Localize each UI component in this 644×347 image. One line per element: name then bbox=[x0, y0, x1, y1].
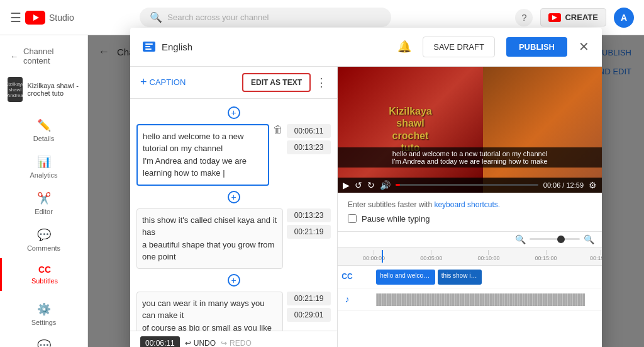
caption-text-1[interactable]: hello and welcome to a new tutorial on m… bbox=[136, 124, 269, 186]
caption-times-1: 00:06:11 00:13:23 bbox=[287, 124, 331, 186]
delete-icon-1[interactable]: 🗑 bbox=[273, 124, 283, 135]
more-options-icon[interactable]: ⋮ bbox=[316, 76, 327, 89]
top-nav-right: ? CREATE A bbox=[515, 8, 633, 28]
sidebar-item-feedback[interactable]: 💬 Send feedback bbox=[0, 333, 87, 347]
right-panel: Kizilkaya shawl crochet tuto hello and w… bbox=[338, 67, 602, 348]
save-draft-button[interactable]: SAVE DRAFT bbox=[423, 37, 495, 57]
studio-label: Studio bbox=[49, 13, 74, 23]
caption-start-2[interactable]: 00:13:23 bbox=[287, 208, 331, 222]
sidebar-back[interactable]: ← Channel content bbox=[0, 40, 87, 72]
undo-toolbar: 00:06:11 ↩ UNDO ↪ REDO bbox=[130, 331, 337, 348]
settings-icon[interactable]: ⚙ bbox=[589, 180, 597, 190]
add-between-2-3: + bbox=[130, 271, 337, 289]
undo-icon: ↩ bbox=[185, 339, 191, 348]
video-controls: ▶ ↺ ↻ 🔊 00:06 / 12:59 ⚙ bbox=[338, 178, 602, 193]
subtitle-overlay: hello and welcome to a new tutorial on m… bbox=[338, 147, 602, 168]
caption-label: CAPTION bbox=[150, 77, 186, 87]
sidebar-item-subtitles[interactable]: CC Subtitles bbox=[0, 258, 87, 291]
undo-label: UNDO bbox=[194, 339, 216, 348]
caption-track-content: hello and welcome to a new tutorial on m… bbox=[357, 266, 602, 288]
plus-circle-mid1[interactable]: + bbox=[228, 191, 240, 203]
caption-entry-3: you can wear it in many ways you can mak… bbox=[130, 289, 337, 331]
audio-track: ♪ bbox=[338, 288, 602, 311]
pencil-icon: ✏️ bbox=[37, 118, 51, 132]
plus-circle-mid2[interactable]: + bbox=[228, 274, 240, 287]
sidebar-item-comments[interactable]: 💬 Comments bbox=[0, 222, 87, 258]
rewind-button[interactable]: ↺ bbox=[355, 180, 362, 190]
hamburger-icon[interactable]: ☰ bbox=[10, 10, 21, 25]
search-placeholder: Search across your channel bbox=[167, 13, 269, 22]
timeline-area: 🔍 🔍 00:00:00 bbox=[338, 232, 602, 348]
caption-modal: English 🔔 SAVE DRAFT PUBLISH ✕ + CAPTION bbox=[130, 28, 602, 348]
video-title-overlay: Kizilkaya shawl crochet tuto bbox=[389, 105, 431, 154]
caption-text-2[interactable]: this show it's called chisel kaya and it… bbox=[136, 208, 283, 269]
plus-circle-top[interactable]: + bbox=[228, 106, 240, 119]
captions-list: + hello and welcome to a new tutorial on… bbox=[130, 99, 337, 331]
pause-checkbox[interactable] bbox=[348, 214, 357, 223]
sidebar-item-editor[interactable]: ✂️ Editor bbox=[0, 185, 87, 222]
forward-button[interactable]: ↻ bbox=[367, 180, 375, 190]
caption-start-1[interactable]: 00:06:11 bbox=[287, 124, 331, 138]
feedback-icon: 💬 bbox=[37, 339, 51, 347]
undo-button[interactable]: ↩ UNDO bbox=[185, 339, 216, 348]
modal-overlay: English 🔔 SAVE DRAFT PUBLISH ✕ + CAPTION bbox=[88, 35, 644, 347]
sidebar-settings-label: Settings bbox=[31, 319, 57, 326]
video-thumb-left: Kizilkaya shawl crochet tuto bbox=[338, 67, 483, 193]
zoom-out-icon[interactable]: 🔍 bbox=[515, 234, 526, 244]
add-between-1-2: + bbox=[130, 188, 337, 206]
audio-waveform bbox=[376, 293, 585, 306]
analytics-icon: 📊 bbox=[37, 155, 51, 169]
redo-label: REDO bbox=[230, 339, 252, 348]
ruler-inner: 00:00:00 00:05:00 00:10:00 bbox=[363, 250, 602, 263]
logo: ☰ Studio bbox=[10, 10, 74, 25]
add-caption-button[interactable]: + CAPTION bbox=[140, 76, 186, 89]
user-avatar[interactable]: A bbox=[614, 8, 634, 28]
alert-icon: 🔔 bbox=[397, 40, 411, 54]
editor-icon: ✂️ bbox=[37, 191, 51, 205]
settings-icon: ⚙️ bbox=[37, 302, 51, 316]
zoom-in-icon[interactable]: 🔍 bbox=[584, 234, 594, 244]
zoom-slider[interactable] bbox=[530, 238, 580, 240]
ruler-mark-1: 00:05:00 bbox=[420, 250, 442, 261]
caption-controls-1: 🗑 bbox=[273, 124, 283, 186]
caption-block-1[interactable]: hello and welcome to a new tutorial on m… bbox=[376, 270, 435, 285]
playhead bbox=[382, 250, 383, 263]
comments-icon: 💬 bbox=[37, 228, 51, 242]
sidebar-details-label: Details bbox=[33, 135, 55, 142]
caption-block-2[interactable]: this show it's called chisel kaya and it… bbox=[438, 270, 482, 285]
ruler-mark-3: 00:15:00 bbox=[535, 250, 557, 261]
help-icon[interactable]: ? bbox=[515, 9, 533, 26]
keyboard-shortcuts-link[interactable]: keyboard shortcuts. bbox=[434, 200, 500, 209]
caption-times-3: 00:21:19 00:29:01 bbox=[287, 292, 331, 331]
caption-end-1[interactable]: 00:13:23 bbox=[287, 140, 331, 154]
youtube-logo-icon bbox=[25, 11, 45, 25]
caption-text-3[interactable]: you can wear it in many ways you can mak… bbox=[136, 292, 283, 331]
pause-checkbox-row: Pause while typing bbox=[348, 214, 592, 224]
progress-bar[interactable] bbox=[396, 184, 538, 186]
sidebar-item-analytics[interactable]: 📊 Analytics bbox=[0, 149, 87, 185]
video-thumbnail: Kizilkaya shawl crochet tuto bbox=[338, 67, 602, 193]
close-icon[interactable]: ✕ bbox=[579, 39, 589, 54]
caption-end-3[interactable]: 00:29:01 bbox=[287, 308, 331, 322]
subtitle-line-1: hello and welcome to a new tutorial on m… bbox=[340, 150, 599, 157]
timeline-ruler: 00:00:00 00:05:00 00:10:00 bbox=[338, 247, 602, 266]
audio-track-content bbox=[357, 288, 602, 310]
edit-as-text-button[interactable]: EDIT AS TEXT bbox=[242, 73, 311, 92]
redo-icon: ↪ bbox=[221, 339, 227, 348]
create-button[interactable]: CREATE bbox=[540, 8, 606, 26]
sidebar-item-settings[interactable]: ⚙️ Settings bbox=[0, 296, 87, 333]
sidebar-item-details[interactable]: ✏️ Details bbox=[0, 112, 87, 149]
publish-button[interactable]: PUBLISH bbox=[506, 37, 567, 57]
search-bar[interactable]: 🔍 Search across your channel bbox=[140, 8, 391, 27]
add-before-first: + bbox=[130, 104, 337, 122]
sidebar-subtitles-label: Subtitles bbox=[31, 277, 58, 285]
caption-track: CC hello and welcome to a new tutorial o… bbox=[338, 266, 602, 288]
captions-toolbar: + CAPTION EDIT AS TEXT ⋮ bbox=[130, 67, 337, 99]
play-button[interactable]: ▶ bbox=[343, 180, 350, 190]
subtitle-hint: Enter subtitles faster with keyboard sho… bbox=[348, 200, 592, 209]
caption-times-2: 00:13:23 00:21:19 bbox=[287, 208, 331, 269]
caption-end-2[interactable]: 00:21:19 bbox=[287, 225, 331, 239]
caption-start-3[interactable]: 00:21:19 bbox=[287, 292, 331, 305]
redo-button[interactable]: ↪ REDO bbox=[221, 339, 252, 348]
volume-button[interactable]: 🔊 bbox=[380, 180, 391, 190]
